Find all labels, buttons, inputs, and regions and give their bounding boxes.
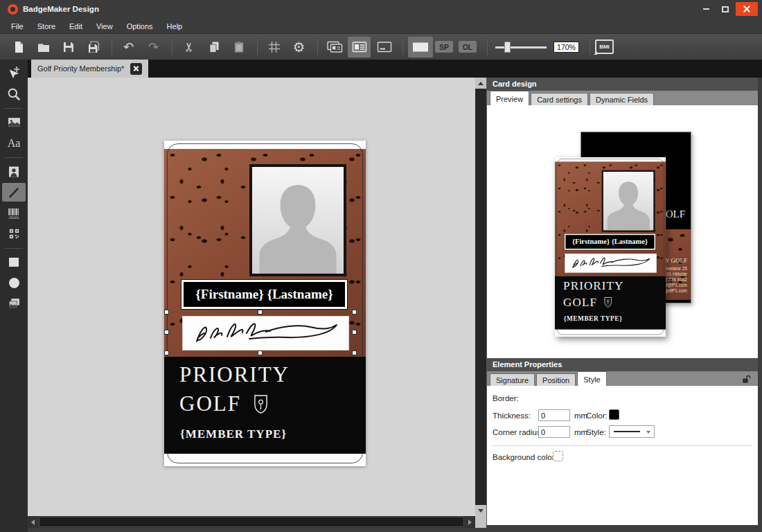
- photo-placeholder-element[interactable]: [249, 164, 346, 276]
- image-stack-tool[interactable]: [2, 294, 26, 313]
- pen-icon: [7, 186, 21, 200]
- image-stack-icon: [7, 296, 21, 311]
- resize-handle-e[interactable]: [352, 330, 357, 335]
- resize-handle-se[interactable]: [352, 351, 357, 355]
- resize-handle-sw[interactable]: [164, 351, 169, 355]
- background-color-label: Background color:: [493, 453, 557, 461]
- border-color-swatch[interactable]: [609, 409, 619, 420]
- minimize-button[interactable]: [697, 2, 715, 16]
- scroll-up-button[interactable]: [475, 78, 486, 89]
- signature-element[interactable]: [182, 316, 349, 351]
- zoom-tool[interactable]: [2, 85, 26, 103]
- scroll-right-button[interactable]: [465, 516, 475, 528]
- member-type-field: {MEMBER TYPE}: [180, 427, 287, 441]
- resize-handle-n[interactable]: [258, 310, 263, 314]
- canvas-horizontal-scrollbar[interactable]: [28, 516, 475, 528]
- save-icon: [62, 40, 76, 54]
- corner-radius-input[interactable]: [538, 426, 570, 438]
- arrow-up-icon: [478, 82, 484, 85]
- scroll-down-button[interactable]: [475, 505, 486, 516]
- resize-handle-ne[interactable]: [352, 310, 357, 314]
- preview-front-card-art: {Firstname} {Lastname} PRIORITY: [555, 157, 666, 337]
- ellipse-tool[interactable]: [2, 274, 26, 292]
- maximize-button[interactable]: [716, 2, 734, 16]
- name-field-element[interactable]: {Firstname} {Lastname}: [181, 280, 347, 309]
- preview-name-field: {Firstname} {Lastname}: [565, 234, 655, 250]
- menu-item-edit[interactable]: Edit: [62, 20, 89, 33]
- corner-radius-label: Corner radius:: [493, 428, 543, 436]
- zoom-slider[interactable]: [495, 42, 547, 53]
- tab-signature[interactable]: Signature: [490, 373, 535, 386]
- menu-item-file[interactable]: File: [4, 20, 30, 33]
- bmi-button[interactable]: BMi: [595, 39, 614, 54]
- border-style-dropdown[interactable]: [609, 425, 655, 438]
- new-page-icon: [12, 40, 26, 54]
- back-card-partial-brand: OLF: [666, 209, 685, 220]
- tab-style[interactable]: Style: [577, 371, 606, 386]
- image-tool[interactable]: [2, 113, 26, 132]
- blank-card-button[interactable]: [408, 37, 433, 57]
- person-silhouette-icon: [252, 173, 344, 274]
- preview-photo-placeholder: [602, 170, 655, 232]
- horizontal-scroll-thumb[interactable]: [39, 517, 464, 527]
- cut-button[interactable]: ✂: [177, 37, 200, 57]
- menu-item-options[interactable]: Options: [120, 20, 160, 33]
- scissors-icon: ✂: [183, 42, 195, 52]
- zoom-level-value[interactable]: 170%: [553, 42, 579, 53]
- select-tool[interactable]: [2, 64, 26, 82]
- undo-button[interactable]: ↶: [117, 37, 140, 57]
- menu-item-help[interactable]: Help: [160, 20, 190, 33]
- lock-toggle[interactable]: [741, 374, 752, 387]
- photo-tool[interactable]: [2, 162, 26, 181]
- copy-button[interactable]: [202, 37, 225, 57]
- resize-handle-w[interactable]: [164, 330, 169, 335]
- paste-button[interactable]: [227, 37, 250, 57]
- view-back-side-button[interactable]: [373, 37, 396, 57]
- rectangle-icon: [9, 258, 19, 267]
- save-all-icon: [87, 40, 100, 54]
- qrcode-tool[interactable]: [2, 224, 26, 243]
- save-all-button[interactable]: [82, 37, 105, 57]
- toolbar-separator: [112, 39, 112, 55]
- close-button[interactable]: [736, 2, 758, 16]
- scroll-left-button[interactable]: [28, 516, 38, 528]
- document-tab[interactable]: Golf Priority Membership*: [31, 60, 148, 78]
- new-document-button[interactable]: [7, 37, 30, 57]
- settings-button[interactable]: ⚙: [287, 37, 310, 57]
- circle-icon: [9, 278, 19, 288]
- solid-line-sample: [614, 431, 640, 432]
- card-footer-band[interactable]: PRIORITY GOLF {MEMBER TYPE}: [164, 357, 366, 454]
- canvas-vertical-scrollbar[interactable]: [475, 78, 486, 516]
- paste-icon: [232, 40, 246, 54]
- barcode-digits: 10101: [9, 215, 19, 220]
- grid-button[interactable]: [263, 37, 285, 57]
- tab-preview[interactable]: Preview: [490, 91, 529, 105]
- background-color-swatch[interactable]: [553, 451, 563, 461]
- tab-dynamic-fields[interactable]: Dynamic Fields: [590, 93, 654, 105]
- redo-button[interactable]: ↷: [142, 37, 165, 57]
- thickness-input[interactable]: [538, 409, 570, 421]
- save-button[interactable]: [57, 37, 80, 57]
- tab-close-button[interactable]: [130, 63, 142, 75]
- tab-position[interactable]: Position: [536, 373, 576, 386]
- design-canvas[interactable]: {Firstname} {Lastname} PRIORITY GOLF: [28, 78, 486, 528]
- card-design-panel-header: Card design: [487, 78, 758, 91]
- view-both-sides-button[interactable]: [323, 37, 346, 57]
- zoom-slider-track: [495, 46, 547, 48]
- sp-button[interactable]: SP: [435, 41, 453, 53]
- view-front-side-button[interactable]: [348, 37, 371, 57]
- resize-handle-nw[interactable]: [164, 310, 169, 314]
- text-tool[interactable]: Aa: [2, 134, 26, 152]
- zoom-slider-handle[interactable]: [504, 42, 511, 53]
- menu-item-store[interactable]: Store: [30, 20, 62, 33]
- signature-tool[interactable]: [2, 183, 26, 202]
- window-title: BadgeMaker Design: [23, 5, 99, 13]
- tab-card-settings[interactable]: Card settings: [531, 93, 588, 105]
- ol-button[interactable]: OL: [459, 41, 477, 53]
- open-button[interactable]: [32, 37, 55, 57]
- resize-handle-s[interactable]: [258, 351, 263, 355]
- rectangle-tool[interactable]: [2, 253, 26, 272]
- menu-item-view[interactable]: View: [89, 20, 120, 33]
- card-design-surface[interactable]: {Firstname} {Lastname} PRIORITY GOLF: [164, 141, 366, 466]
- barcode-tool[interactable]: 10101: [2, 204, 26, 222]
